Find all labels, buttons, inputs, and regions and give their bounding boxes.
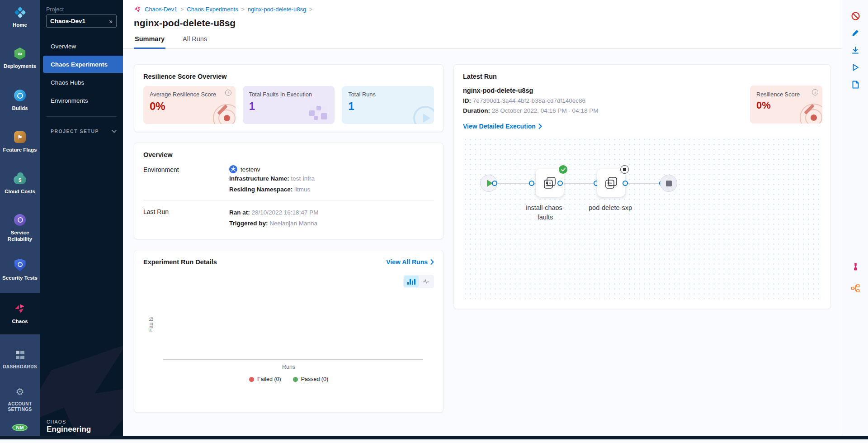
main-area: Chaos-Dev1 > Chaos Experiments > nginx-p… xyxy=(123,0,842,439)
namespace-value: litmus xyxy=(294,186,310,193)
pipeline-canvas: install-chaos-faults pod-delete-sxp xyxy=(463,137,821,299)
duration-value: 28 October 2022, 04:16 PM - 04:18 PM xyxy=(492,107,599,114)
stat-average-resilience-score: i Average Resilience Score 0% xyxy=(143,86,236,124)
chevron-right-icon xyxy=(430,259,434,265)
chaos-icon xyxy=(14,302,26,315)
info-icon[interactable]: i xyxy=(225,90,231,96)
pipeline-end-node[interactable] xyxy=(660,175,677,192)
latest-run-card: Latest Run nginx-pod-delete-u8sg ID: 7e7… xyxy=(453,64,831,309)
stat-total-runs: Total Runs 1 xyxy=(342,86,434,124)
project-setup-toggle[interactable]: PROJECT SETUP xyxy=(51,129,117,134)
nav-chaos-label: Chaos xyxy=(12,318,28,324)
nav-home[interactable]: Home xyxy=(0,0,40,34)
latest-resilience-score-card: i Resilience Score 0% xyxy=(750,86,822,124)
run-icon[interactable] xyxy=(850,62,860,72)
deployments-icon: ∞ xyxy=(14,47,26,60)
chevron-down-icon xyxy=(112,130,117,133)
nav-security-tests[interactable]: Security Tests xyxy=(0,253,40,287)
tab-all-runs[interactable]: All Runs xyxy=(182,35,208,49)
overview-title: Overview xyxy=(143,151,434,158)
breadcrumb-experiments[interactable]: Chaos Experiments xyxy=(187,6,238,13)
download-icon[interactable] xyxy=(850,45,860,55)
breadcrumb-separator: > xyxy=(180,6,184,13)
module-rail: Home ∞ Deployments Builds ⚑ Feature Flag… xyxy=(0,0,40,439)
bar-chart-toggle[interactable] xyxy=(404,276,419,287)
triggered-by-value: Neelanjan Manna xyxy=(269,220,317,227)
project-name: Chaos-Dev1 xyxy=(50,18,85,24)
legend-passed[interactable]: Passed (0) xyxy=(293,376,328,382)
environment-label: Environment xyxy=(143,165,229,195)
security-tests-icon xyxy=(14,259,26,272)
document-icon[interactable] xyxy=(850,80,860,90)
sidebar-item-environments[interactable]: Environments xyxy=(40,92,123,109)
kubernetes-icon xyxy=(229,165,237,173)
chart-x-axis xyxy=(163,359,423,360)
nav-service-reliability[interactable]: Service Reliability xyxy=(0,208,40,248)
pipeline-node-pod-delete[interactable] xyxy=(597,169,625,197)
disable-icon[interactable] xyxy=(850,11,860,21)
nav-cloud-costs[interactable]: $ Cloud Costs xyxy=(0,167,40,200)
line-chart-toggle[interactable] xyxy=(419,276,433,287)
nav-dashboards-label: DASHBOARDS xyxy=(3,364,37,370)
environment-name: testenv xyxy=(241,166,260,173)
connector-dot xyxy=(623,181,628,186)
ran-at-label: Ran at: xyxy=(229,209,250,216)
nav-feature-flags[interactable]: ⚑ Feature Flags xyxy=(0,125,40,159)
stat-total-faults: Total Faults In Execution 1 xyxy=(243,86,335,124)
nav-cloud-costs-label: Cloud Costs xyxy=(5,188,35,195)
nav-service-reliability-label: Service Reliability xyxy=(5,229,34,243)
breadcrumb-experiment-name[interactable]: nginx-pod-delete-u8sg xyxy=(248,6,306,13)
chevron-right-icon xyxy=(538,124,542,129)
project-setup-label: PROJECT SETUP xyxy=(51,129,99,134)
runs-chart: Faults xyxy=(143,289,434,360)
connector-dot xyxy=(557,181,563,186)
nav-builds[interactable]: Builds xyxy=(0,83,40,117)
nav-builds-label: Builds xyxy=(12,105,28,111)
pipeline-diagram-icon[interactable] xyxy=(850,283,860,293)
breadcrumb-separator: > xyxy=(241,6,245,13)
view-all-runs-link[interactable]: View All Runs xyxy=(386,258,434,266)
fault-step-icon xyxy=(604,176,618,190)
sidebar-item-chaos-hubs[interactable]: Chaos Hubs xyxy=(40,74,123,91)
edit-icon[interactable] xyxy=(850,28,860,38)
legend-failed[interactable]: Failed (0) xyxy=(249,376,281,382)
builds-icon xyxy=(14,89,26,102)
passed-dot-icon xyxy=(293,377,298,382)
end-stop-icon xyxy=(666,181,672,186)
success-badge-icon xyxy=(559,165,567,174)
project-label: Project xyxy=(46,6,123,13)
sidebar-item-overview[interactable]: Overview xyxy=(40,38,123,55)
action-tool-rail xyxy=(842,0,868,439)
node-label: pod-delete-sxp xyxy=(581,203,640,213)
nav-deployments[interactable]: ∞ Deployments xyxy=(0,41,40,75)
chart-y-axis-label: Faults xyxy=(148,317,154,332)
infra-label: Infrastructure Name: xyxy=(229,175,289,182)
failed-dot-icon xyxy=(249,377,254,382)
nav-chaos[interactable]: Chaos xyxy=(0,293,40,334)
nav-home-label: Home xyxy=(13,22,27,28)
brand-name: Engineering xyxy=(47,425,91,434)
line-chart-icon xyxy=(422,279,429,284)
cloud-costs-icon: $ xyxy=(14,172,26,185)
breadcrumb-project[interactable]: Chaos-Dev1 xyxy=(145,6,177,13)
nav-deployments-label: Deployments xyxy=(4,63,36,69)
resilience-overview-title: Resilience Score Overview xyxy=(143,73,434,80)
resilience-score-overview-card: Resilience Score Overview i Average Resi… xyxy=(134,64,443,132)
experiment-flask-icon[interactable] xyxy=(850,262,860,272)
experiment-run-details-card: Experiment Run Details View All Runs xyxy=(134,250,443,413)
view-detailed-execution-link[interactable]: View Detailed Execution xyxy=(463,123,821,130)
nav-account-settings[interactable]: ⚙ ACCOUNT SETTINGS xyxy=(0,380,40,419)
resilience-score-label: Resilience Score xyxy=(756,91,816,98)
stat-label: Average Resilience Score xyxy=(150,91,229,98)
info-icon[interactable]: i xyxy=(812,89,818,95)
project-selector[interactable]: Chaos-Dev1 » xyxy=(46,14,117,28)
infra-value: test-infra xyxy=(291,175,315,182)
namespace-label: Residing Namespace: xyxy=(229,186,292,193)
nav-dashboards[interactable]: DASHBOARDS xyxy=(0,343,40,376)
tab-summary[interactable]: Summary xyxy=(134,35,165,49)
chart-legend: Failed (0) Passed (0) xyxy=(143,376,434,382)
stat-value: 1 xyxy=(348,100,428,113)
sidebar-item-chaos-experiments[interactable]: Chaos Experiments xyxy=(43,56,123,73)
fault-step-icon xyxy=(542,176,557,190)
user-avatar[interactable]: NM xyxy=(12,424,28,431)
